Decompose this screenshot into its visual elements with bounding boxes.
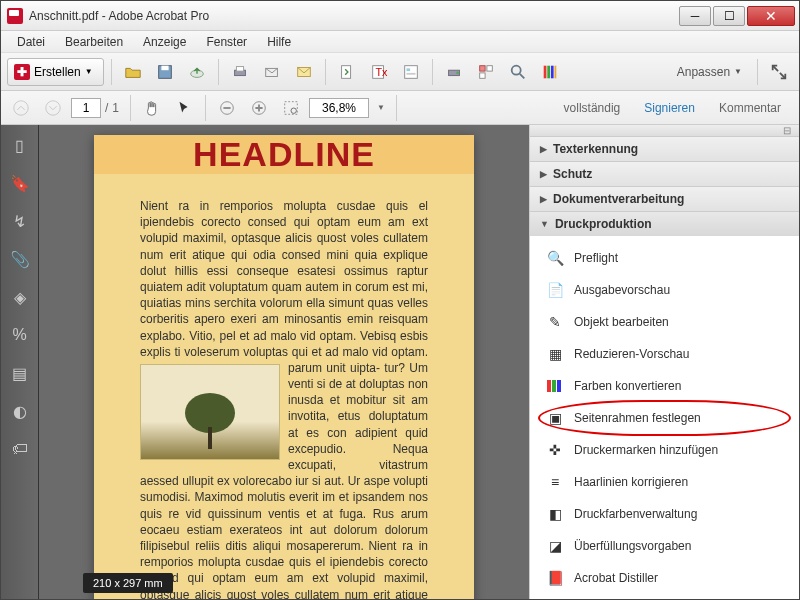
nav-toolbar: / 1 ▼ vollständig Signieren Kommentar xyxy=(1,91,799,125)
panel-texterkennung[interactable]: ▶Texterkennung xyxy=(530,137,799,161)
pages-icon[interactable]: ▤ xyxy=(10,363,30,383)
open-button[interactable] xyxy=(119,58,147,86)
svg-point-18 xyxy=(511,65,520,74)
attachment-icon[interactable]: 📎 xyxy=(10,249,30,269)
page-up-button[interactable] xyxy=(7,94,35,122)
edit-object-icon: ✎ xyxy=(546,313,564,331)
menu-fenster[interactable]: Fenster xyxy=(196,32,257,52)
minimize-button[interactable]: ─ xyxy=(679,6,711,26)
action-sign[interactable]: Signieren xyxy=(632,95,707,121)
app-icon xyxy=(7,8,23,24)
menubar: Datei Bearbeiten Anzeige Fenster Hilfe xyxy=(1,31,799,53)
chevron-down-icon: ▼ xyxy=(540,219,549,229)
printer-marks-icon: ✜ xyxy=(546,441,564,459)
share-button[interactable] xyxy=(258,58,286,86)
select-tool-button[interactable] xyxy=(170,94,198,122)
panel-schutz[interactable]: ▶Schutz xyxy=(530,162,799,186)
panel-druckproduktion[interactable]: ▼Druckproduktion xyxy=(530,212,799,236)
tool-haarlinien[interactable]: ≡Haarlinien korrigieren xyxy=(530,466,799,498)
tool-seitenrahmen[interactable]: ▣Seitenrahmen festlegen xyxy=(530,402,799,434)
svg-rect-12 xyxy=(406,72,415,74)
print-button[interactable] xyxy=(226,58,254,86)
svg-rect-20 xyxy=(547,65,550,78)
svg-rect-1 xyxy=(161,65,168,70)
tags-icon[interactable]: 🏷 xyxy=(10,439,30,459)
tool-preflight[interactable]: 🔍Preflight xyxy=(530,242,799,274)
document-area[interactable]: HEADLINE Nient ra in remporios molupta c… xyxy=(39,125,529,599)
reflow-icon[interactable]: ↯ xyxy=(10,211,30,231)
zoom-input[interactable] xyxy=(309,98,369,118)
save-button[interactable] xyxy=(151,58,179,86)
color-convert-icon xyxy=(546,377,564,395)
titlebar: Anschnitt.pdf - Adobe Acrobat Pro ─ ☐ ✕ xyxy=(1,1,799,31)
svg-rect-21 xyxy=(551,65,554,78)
tool-ueberfuellung[interactable]: ◪Überfüllungsvorgaben xyxy=(530,530,799,562)
doc-headline: HEADLINE xyxy=(193,135,375,174)
standards-icon[interactable]: ◐ xyxy=(10,401,30,421)
zoom-out-button[interactable] xyxy=(213,94,241,122)
cloud-button[interactable] xyxy=(183,58,211,86)
svg-point-14 xyxy=(456,71,459,74)
layers-icon[interactable]: ◈ xyxy=(10,287,30,307)
menu-datei[interactable]: Datei xyxy=(7,32,55,52)
hand-tool-button[interactable] xyxy=(138,94,166,122)
svg-rect-17 xyxy=(479,72,484,77)
tool-druckermarken[interactable]: ✜Druckermarken hinzufügen xyxy=(530,434,799,466)
signatures-icon[interactable]: % xyxy=(10,325,30,345)
chevron-down-icon: ▼ xyxy=(85,67,93,76)
tool-farben[interactable]: Farben konvertieren xyxy=(530,370,799,402)
quick-print-button[interactable] xyxy=(440,58,468,86)
email-button[interactable] xyxy=(290,58,318,86)
edit-text-button[interactable]: Tx xyxy=(365,58,393,86)
window-title: Anschnitt.pdf - Adobe Acrobat Pro xyxy=(29,9,678,23)
customize-label: Anpassen xyxy=(677,65,730,79)
menu-bearbeiten[interactable]: Bearbeiten xyxy=(55,32,133,52)
color-bars-button[interactable] xyxy=(536,58,564,86)
distiller-icon: 📕 xyxy=(546,569,564,587)
action-full[interactable]: vollständig xyxy=(552,95,633,121)
svg-rect-11 xyxy=(406,68,410,71)
svg-rect-4 xyxy=(236,66,243,71)
form-button[interactable] xyxy=(397,58,425,86)
maximize-button[interactable]: ☐ xyxy=(713,6,745,26)
customize-button[interactable]: Anpassen ▼ xyxy=(669,65,750,79)
trap-presets-icon: ◪ xyxy=(546,537,564,555)
panel-collapse-icon[interactable]: ⊟ xyxy=(530,125,799,137)
bookmark-icon[interactable]: 🔖 xyxy=(10,173,30,193)
panel-dokument[interactable]: ▶Dokumentverarbeitung xyxy=(530,187,799,211)
tool-ausgabevorschau[interactable]: 📄Ausgabevorschau xyxy=(530,274,799,306)
chevron-down-icon[interactable]: ▼ xyxy=(373,103,389,112)
doc-body: Nient ra in remporios molupta cusdae qui… xyxy=(94,174,474,599)
thumbnails-icon[interactable]: ▯ xyxy=(10,135,30,155)
tool-distiller[interactable]: 📕Acrobat Distiller xyxy=(530,562,799,594)
tool-druckfarben[interactable]: ◧Druckfarbenverwaltung xyxy=(530,498,799,530)
search-button[interactable] xyxy=(504,58,532,86)
svg-rect-10 xyxy=(404,65,417,78)
svg-rect-16 xyxy=(487,65,492,70)
tool-reduzieren[interactable]: ▦Reduzieren-Vorschau xyxy=(530,338,799,370)
fullscreen-button[interactable] xyxy=(765,58,793,86)
chevron-right-icon: ▶ xyxy=(540,194,547,204)
boxes-button[interactable] xyxy=(472,58,500,86)
action-comment[interactable]: Kommentar xyxy=(707,95,793,121)
ink-manager-icon: ◧ xyxy=(546,505,564,523)
page-down-button[interactable] xyxy=(39,94,67,122)
menu-anzeige[interactable]: Anzeige xyxy=(133,32,196,52)
svg-rect-30 xyxy=(552,380,556,392)
svg-point-23 xyxy=(14,100,28,114)
menu-hilfe[interactable]: Hilfe xyxy=(257,32,301,52)
zoom-in-button[interactable] xyxy=(245,94,273,122)
tool-objekt-bearbeiten[interactable]: ✎Objekt bearbeiten xyxy=(530,306,799,338)
export-button[interactable] xyxy=(333,58,361,86)
page-number-input[interactable] xyxy=(71,98,101,118)
create-button[interactable]: ✚ Erstellen ▼ xyxy=(7,58,104,86)
chevron-right-icon: ▶ xyxy=(540,144,547,154)
svg-text:Tx: Tx xyxy=(375,65,388,77)
page-size-badge: 210 x 297 mm xyxy=(83,573,173,593)
marquee-zoom-button[interactable] xyxy=(277,94,305,122)
hairlines-icon: ≡ xyxy=(546,473,564,491)
svg-rect-15 xyxy=(479,65,484,70)
close-button[interactable]: ✕ xyxy=(747,6,795,26)
left-sidebar: ▯ 🔖 ↯ 📎 ◈ % ▤ ◐ 🏷 xyxy=(1,125,39,599)
main-toolbar: ✚ Erstellen ▼ Tx Anpassen ▼ xyxy=(1,53,799,91)
